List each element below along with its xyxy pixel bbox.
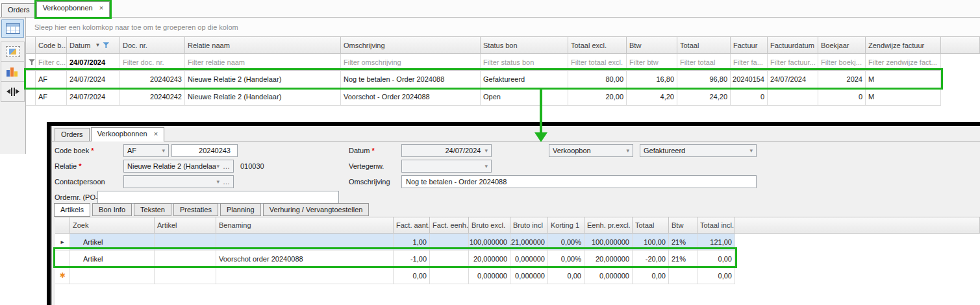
column-header-bruto-incl[interactable]: Bruto incl [510, 217, 548, 234]
close-icon[interactable]: × [154, 130, 158, 138]
column-header-benaming[interactable]: Benaming [216, 217, 394, 234]
column-header-omschrijving[interactable]: Omschrijving [341, 37, 481, 54]
cell[interactable]: 16,80 [627, 71, 677, 88]
cell[interactable]: 0,00 [697, 267, 735, 284]
cell[interactable]: 0,000000 [510, 267, 548, 284]
cell[interactable]: 20,00 [568, 88, 627, 106]
vertegenw-select[interactable]: ▾ [401, 160, 492, 173]
cell[interactable]: 1,00 [394, 234, 430, 250]
doc-nr-field[interactable]: 20240243 [171, 144, 238, 157]
sub-tab-artikels[interactable]: Artikels [54, 203, 90, 217]
cell[interactable]: 24/07/2024 [67, 88, 120, 106]
article-row-2[interactable]: ArtikelVoorschot order 20240088-1,0020,0… [55, 250, 980, 267]
filter-cell[interactable]: Filter factuur... [768, 54, 818, 71]
column-header-eenh-pr-excl-[interactable]: Eenh. pr.excl. [584, 217, 633, 234]
card-view-button[interactable] [1, 42, 25, 62]
cell[interactable]: 20,000000 [584, 250, 633, 267]
cell[interactable]: 20240242 [120, 88, 185, 106]
cell[interactable]: 24,20 [677, 88, 731, 106]
cell[interactable]: 121,00 [697, 234, 735, 250]
column-header-artikel[interactable]: Artikel [155, 217, 216, 234]
filter-cell[interactable]: Filter doc. nr. [120, 54, 185, 71]
column-resize-button[interactable] [1, 82, 25, 102]
cell[interactable]: 0,00 [697, 250, 735, 267]
chart-view-button[interactable] [1, 62, 25, 82]
column-header-totaal-excl-[interactable]: Totaal excl. [568, 37, 627, 54]
filter-cell[interactable]: Filter boekj... [818, 54, 866, 71]
group-by-bar[interactable]: Sleep hier een kolomkop naar toe om te g… [27, 18, 980, 36]
dropdown-arrow-icon[interactable]: ▾ [484, 163, 488, 169]
column-header-status-bon[interactable]: Status bon [481, 37, 568, 54]
cell[interactable]: 24/07/2024 [768, 71, 818, 88]
cell[interactable]: 0,00% [548, 234, 584, 250]
filter-cell[interactable]: Filter fa... [731, 54, 768, 71]
column-header-totaal[interactable]: Totaal [677, 37, 731, 54]
column-header-btw[interactable]: Btw [669, 217, 697, 234]
cell[interactable]: -1,00 [394, 250, 430, 267]
cell[interactable]: 0,000000 [510, 250, 548, 267]
cell[interactable]: Voorschot - Order 2024088 [341, 88, 481, 106]
column-header-doc-nr-[interactable]: Doc. nr. [120, 37, 185, 54]
sub-tab-verhuring-vervangtoestellen[interactable]: Verhuring / Vervangtoestellen [263, 203, 370, 216]
column-header-fact-eenh-[interactable]: Fact. eenh. [430, 217, 469, 234]
cell[interactable]: Artikel [70, 250, 155, 267]
dropdown-arrow-icon[interactable]: ▾ [626, 147, 629, 154]
cell[interactable]: Nieuwe Relatie 2 (Handelaar) [185, 88, 341, 106]
dropdown-arrow-icon[interactable]: ▾ [749, 147, 753, 154]
cell[interactable]: 21% [669, 234, 697, 250]
cell[interactable]: Gefaktureerd [481, 71, 568, 88]
filter-cell[interactable]: Filter totaal [677, 54, 731, 71]
cell[interactable] [430, 250, 469, 267]
tab-verkoopbonnen[interactable]: Verkoopbonnen× [91, 127, 165, 141]
filter-cell[interactable]: Filter zendwijze fact... [866, 54, 941, 71]
column-header-totaal[interactable]: Totaal [633, 217, 669, 234]
cell[interactable]: 2024 [818, 71, 866, 88]
cell[interactable]: 24/07/2024 [67, 71, 120, 88]
filter-cell[interactable]: Filter status bon [481, 54, 568, 71]
cell[interactable]: 100,000000 [469, 234, 510, 250]
filter-cell[interactable]: Filter relatie naam [185, 54, 341, 71]
cell[interactable] [155, 250, 216, 267]
omschrijving-field[interactable]: Nog te betalen - Order 2024088 [401, 175, 757, 188]
cell[interactable]: M [866, 71, 941, 88]
column-header-code-b-[interactable]: Code b... [36, 37, 67, 54]
dropdown-arrow-icon[interactable]: ▾ [162, 147, 165, 154]
tab-orders[interactable]: Orders [55, 128, 90, 141]
cell[interactable]: Open [481, 88, 568, 106]
cell[interactable]: 0 [818, 88, 866, 106]
close-icon[interactable]: × [99, 4, 103, 12]
code-boek-select[interactable]: AF ▾ [123, 144, 169, 157]
cell[interactable]: AF [36, 71, 67, 88]
sub-tab-prestaties[interactable]: Prestaties [173, 203, 218, 216]
bon-type-select[interactable]: Verkoopbon ▾ [549, 144, 633, 157]
sub-tab-planning[interactable]: Planning [220, 203, 261, 216]
column-header-factuurdatum[interactable]: Factuurdatum [768, 37, 818, 54]
table-view-button[interactable] [1, 19, 24, 38]
sub-tab-bon-info[interactable]: Bon Info [92, 203, 132, 216]
cell[interactable]: 121,000000 [510, 234, 548, 250]
cell[interactable]: 0,000000 [584, 267, 633, 284]
dropdown-arrow-icon[interactable]: ▾ [484, 147, 488, 154]
filter-cell[interactable]: 24/07/2024 [67, 54, 120, 71]
ellipsis-button[interactable]: … [223, 178, 230, 186]
column-header-boekjaar[interactable]: Boekjaar [818, 37, 866, 54]
filter-cell[interactable]: Filter omschrijving [341, 54, 481, 71]
cell[interactable] [669, 267, 697, 284]
cell[interactable] [216, 234, 394, 250]
cell[interactable]: Artikel [70, 234, 155, 250]
column-header-factuur[interactable]: Factuur [731, 37, 768, 54]
relatie-select[interactable]: Nieuwe Relatie 2 (Handelaar) ▾ … [123, 160, 234, 173]
sub-tab-teksten[interactable]: Teksten [134, 203, 171, 216]
orders-row-1[interactable]: AF24/07/202420240243Nieuwe Relatie 2 (Ha… [26, 71, 980, 88]
cell[interactable]: 100,00 [633, 234, 669, 250]
cell[interactable]: 4,20 [627, 88, 677, 106]
cell[interactable] [216, 267, 394, 284]
filter-cell[interactable]: Filter c... [36, 54, 67, 71]
column-header-relatie-naam[interactable]: Relatie naam [185, 37, 341, 54]
column-header-zendwijze-factuur[interactable]: Zendwijze factuur [866, 37, 941, 54]
filter-active-icon[interactable] [103, 42, 109, 49]
cell[interactable]: 100,000000 [584, 234, 633, 250]
cell[interactable] [430, 234, 469, 250]
filter-cell[interactable]: Filter totaal excl. [568, 54, 627, 71]
cell[interactable]: AF [36, 88, 67, 106]
